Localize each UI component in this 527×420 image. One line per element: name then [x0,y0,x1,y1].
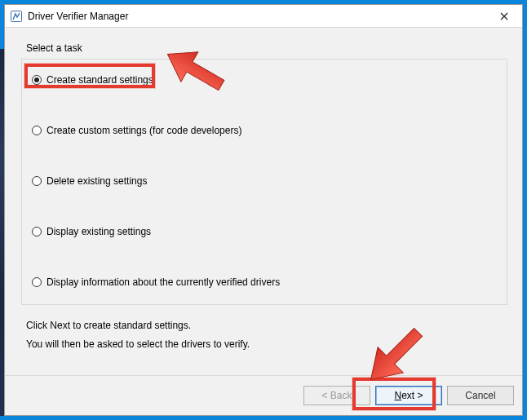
radio-label: Delete existing settings [46,175,147,187]
radio-label: Display information about the currently … [46,276,280,288]
radio-delete-existing[interactable]: Delete existing settings [32,174,502,188]
radio-create-standard[interactable]: Create standard settings [32,73,502,87]
wizard-page: Select a task Create standard settings C… [5,28,522,375]
window-title: Driver Verifier Manager [28,11,486,22]
hint-text: Click Next to create standard settings. … [26,316,507,354]
radio-icon [32,176,42,186]
hint-line-1: Click Next to create standard settings. [26,316,507,335]
radio-label: Display existing settings [46,226,151,237]
radio-icon [32,75,42,85]
back-label: < Back [321,390,352,401]
driver-verifier-window: Driver Verifier Manager Select a task Cr… [4,4,523,416]
titlebar: Driver Verifier Manager [5,5,522,28]
verifier-icon [10,10,23,23]
cancel-button[interactable]: Cancel [447,386,514,405]
wizard-footer: < Back Next > Cancel [5,375,522,415]
next-label: Next > [394,390,423,401]
close-icon [500,12,508,20]
radio-display-current[interactable]: Display information about the currently … [32,275,502,290]
radio-display-existing[interactable]: Display existing settings [32,224,502,239]
close-button[interactable] [486,5,522,28]
radio-icon [32,227,42,237]
back-button: < Back [303,386,370,405]
task-label: Select a task [26,42,507,54]
radio-label: Create custom settings (for code develop… [46,125,241,136]
task-groupbox: Create standard settings Create custom s… [21,59,507,305]
cancel-label: Cancel [465,390,495,401]
next-button[interactable]: Next > [375,386,442,405]
radio-icon [32,277,42,287]
radio-create-custom[interactable]: Create custom settings (for code develop… [32,123,502,138]
radio-label: Create standard settings [46,74,153,86]
radio-icon [32,126,42,135]
hint-line-2: You will then be asked to select the dri… [26,335,507,354]
